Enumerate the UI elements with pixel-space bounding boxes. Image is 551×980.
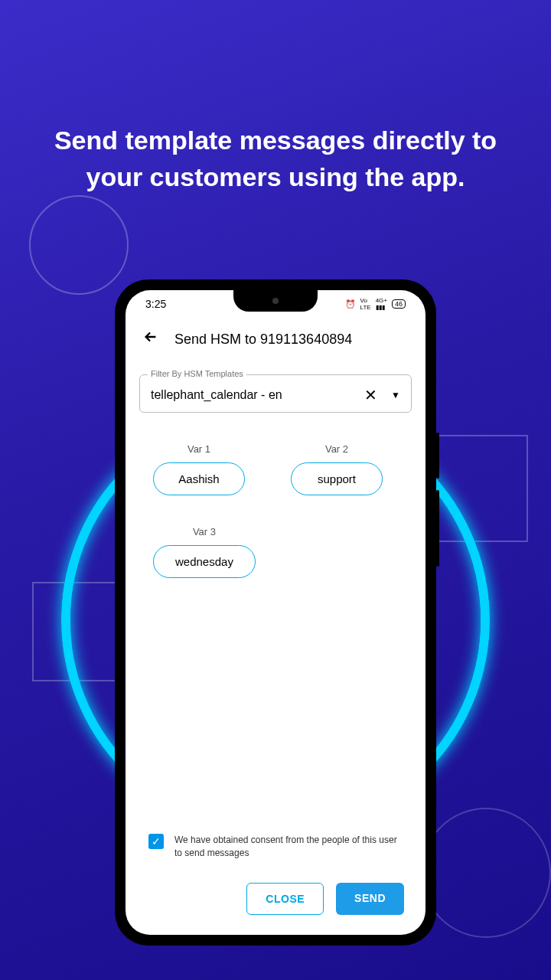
var-input[interactable]: support xyxy=(291,462,383,495)
alarm-icon: ⏰ xyxy=(345,299,356,309)
close-button[interactable]: CLOSE xyxy=(246,883,324,915)
var-input[interactable]: Aashish xyxy=(153,462,245,495)
send-button[interactable]: SEND xyxy=(336,883,404,915)
consent-text: We have obtained consent from the people… xyxy=(174,834,403,860)
hsm-template-select[interactable]: Filter By HSM Templates tellephant_calen… xyxy=(139,374,412,413)
var-item: Var 2 support xyxy=(291,443,383,495)
consent-checkbox[interactable]: ✓ xyxy=(148,834,164,849)
network-icon: 4G+▮▮▮ xyxy=(376,297,387,311)
var-item: Var 1 Aashish xyxy=(153,443,245,495)
page-header: Send HSM to 919113640894 xyxy=(126,318,425,364)
consent-row: ✓ We have obtained consent from the peop… xyxy=(126,834,425,860)
var-input[interactable]: wednesday xyxy=(153,545,256,578)
status-time: 3:25 xyxy=(145,298,166,310)
action-buttons: CLOSE SEND xyxy=(246,883,404,915)
phone-button xyxy=(436,490,439,567)
phone-screen: 3:25 ⏰ VoLTE 4G+▮▮▮ 46 Send HSM to 91911… xyxy=(126,290,425,935)
decorative-circle xyxy=(29,195,129,295)
phone-notch xyxy=(233,290,318,312)
battery-indicator: 46 xyxy=(392,299,406,309)
var-label: Var 1 xyxy=(187,443,210,455)
clear-icon[interactable]: ✕ xyxy=(364,386,377,404)
chevron-down-icon[interactable]: ▼ xyxy=(391,390,400,400)
variables-grid: Var 1 Aashish Var 2 support Var 3 wednes… xyxy=(126,413,425,609)
phone-button xyxy=(436,433,439,479)
var-label: Var 3 xyxy=(193,526,216,537)
page-title: Send HSM to 919113640894 xyxy=(174,332,352,348)
var-label: Var 2 xyxy=(325,443,348,455)
headline-text: Send template messages directly to your … xyxy=(0,122,551,195)
back-arrow-icon[interactable] xyxy=(142,328,159,350)
select-value: tellephant_calendar - en xyxy=(151,388,282,402)
var-item: Var 3 wednesday xyxy=(153,526,256,578)
volte-icon: VoLTE xyxy=(360,297,371,311)
phone-frame: 3:25 ⏰ VoLTE 4G+▮▮▮ 46 Send HSM to 91911… xyxy=(115,279,436,946)
select-label: Filter By HSM Templates xyxy=(148,369,246,378)
decorative-circle xyxy=(421,808,551,938)
